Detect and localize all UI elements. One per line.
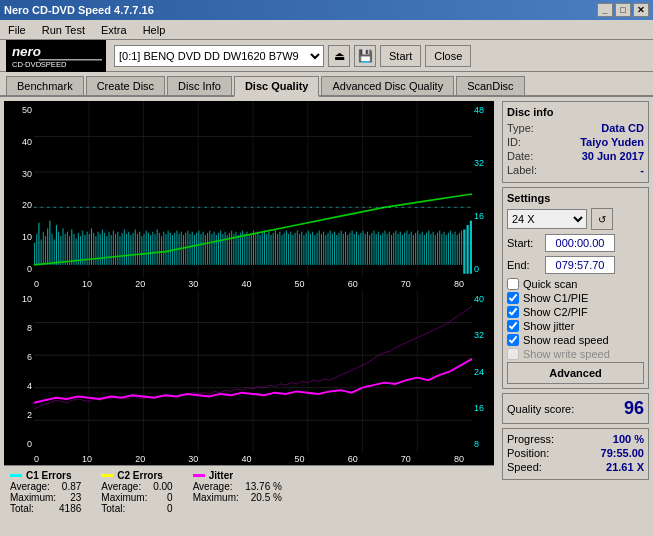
save-icon-btn[interactable]: 💾: [354, 45, 376, 67]
svg-rect-49: [106, 236, 107, 265]
start-button[interactable]: Start: [380, 45, 421, 67]
svg-text:CD·DVD: CD·DVD: [12, 60, 42, 69]
svg-rect-137: [299, 234, 300, 265]
show-read-speed-row: Show read speed: [507, 334, 644, 346]
svg-rect-126: [275, 231, 276, 265]
svg-rect-204: [446, 235, 447, 265]
legend-c2-avg-row: Average: 0.00: [101, 481, 172, 492]
svg-rect-77: [168, 231, 169, 265]
main-content: 50 40 30 20 10 0: [0, 97, 653, 535]
menu-extra[interactable]: Extra: [97, 22, 131, 38]
show-c1-pie-row: Show C1/PIE: [507, 292, 644, 304]
tabs: Benchmark Create Disc Disc Info Disc Qua…: [0, 72, 653, 97]
svg-rect-100: [218, 233, 219, 265]
speed-selector[interactable]: 24 X 16 X 32 X 48 X Max: [507, 209, 587, 229]
svg-rect-212: [463, 229, 465, 273]
svg-rect-16: [34, 243, 35, 265]
refresh-icon-btn[interactable]: ↺: [591, 208, 613, 230]
svg-rect-182: [398, 234, 399, 265]
close-window-button[interactable]: ✕: [633, 3, 649, 17]
svg-rect-88: [192, 232, 193, 265]
svg-rect-44: [95, 236, 96, 265]
svg-rect-62: [135, 229, 136, 264]
show-c2-pif-checkbox[interactable]: [507, 306, 519, 318]
svg-rect-211: [461, 231, 462, 265]
svg-rect-194: [424, 235, 425, 265]
svg-rect-127: [277, 234, 278, 265]
close-button[interactable]: Close: [425, 45, 471, 67]
charts-area: 50 40 30 20 10 0: [0, 97, 498, 535]
legend-jitter-max-row: Maximum: 20.5 %: [193, 492, 282, 503]
disc-date-row: Date: 30 Jun 2017: [507, 150, 644, 162]
show-jitter-checkbox[interactable]: [507, 320, 519, 332]
disc-type-row: Type: Data CD: [507, 122, 644, 134]
svg-rect-58: [126, 234, 127, 265]
show-read-speed-checkbox[interactable]: [507, 334, 519, 346]
svg-rect-187: [408, 234, 409, 265]
svg-rect-47: [102, 229, 103, 264]
legend-c1-max-row: Maximum: 23: [10, 492, 81, 503]
svg-rect-153: [334, 232, 335, 265]
show-write-speed-checkbox[interactable]: [507, 348, 519, 360]
quick-scan-checkbox[interactable]: [507, 278, 519, 290]
quality-section: Quality score: 96: [502, 393, 649, 424]
svg-rect-185: [404, 233, 405, 265]
svg-rect-94: [205, 235, 206, 265]
menu-run-test[interactable]: Run Test: [38, 22, 89, 38]
drive-selector[interactable]: [0:1] BENQ DVD DD DW1620 B7W9: [114, 45, 324, 67]
menu-file[interactable]: File: [4, 22, 30, 38]
svg-rect-117: [255, 234, 256, 265]
svg-rect-97: [211, 234, 212, 265]
svg-rect-105: [229, 233, 230, 265]
svg-rect-25: [54, 239, 55, 264]
tab-benchmark[interactable]: Benchmark: [6, 76, 84, 95]
svg-rect-51: [111, 235, 112, 265]
svg-rect-89: [194, 235, 195, 265]
svg-rect-46: [100, 234, 101, 265]
svg-rect-139: [303, 235, 304, 265]
svg-rect-178: [389, 232, 390, 265]
svg-rect-72: [157, 229, 158, 264]
tab-disc-quality[interactable]: Disc Quality: [234, 76, 320, 97]
svg-rect-199: [435, 235, 436, 265]
svg-rect-170: [371, 233, 372, 265]
svg-rect-196: [428, 231, 429, 265]
show-c1-pie-checkbox[interactable]: [507, 292, 519, 304]
svg-rect-20: [43, 232, 44, 265]
svg-rect-180: [393, 233, 394, 265]
tab-disc-info[interactable]: Disc Info: [167, 76, 232, 95]
maximize-button[interactable]: □: [615, 3, 631, 17]
svg-rect-132: [288, 234, 289, 265]
svg-rect-190: [415, 233, 416, 265]
svg-rect-91: [198, 231, 199, 265]
tab-advanced-disc-quality[interactable]: Advanced Disc Quality: [321, 76, 454, 95]
start-time-input[interactable]: [545, 234, 615, 252]
svg-rect-135: [295, 233, 296, 265]
tab-create-disc[interactable]: Create Disc: [86, 76, 165, 95]
eject-icon-btn[interactable]: ⏏: [328, 45, 350, 67]
show-jitter-row: Show jitter: [507, 320, 644, 332]
svg-rect-66: [144, 234, 145, 265]
bottom-chart-svg: [34, 290, 472, 453]
show-write-speed-row: Show write speed: [507, 348, 644, 360]
svg-rect-152: [332, 234, 333, 265]
tab-scan-disc[interactable]: ScanDisc: [456, 76, 524, 95]
svg-rect-160: [349, 233, 350, 265]
menu-help[interactable]: Help: [139, 22, 170, 38]
svg-rect-172: [376, 234, 377, 265]
svg-rect-146: [319, 231, 320, 265]
svg-rect-98: [214, 232, 215, 265]
svg-rect-68: [148, 233, 149, 265]
minimize-button[interactable]: _: [597, 3, 613, 17]
quick-scan-row: Quick scan: [507, 278, 644, 290]
svg-rect-207: [452, 234, 453, 265]
svg-text:SPEED: SPEED: [41, 60, 67, 69]
end-time-input[interactable]: [545, 256, 615, 274]
svg-rect-103: [225, 232, 226, 265]
svg-rect-205: [448, 233, 449, 265]
svg-rect-61: [133, 233, 134, 265]
advanced-button[interactable]: Advanced: [507, 362, 644, 384]
svg-rect-84: [183, 235, 184, 265]
svg-rect-125: [273, 233, 274, 265]
legend-c1-title: C1 Errors: [10, 470, 81, 481]
